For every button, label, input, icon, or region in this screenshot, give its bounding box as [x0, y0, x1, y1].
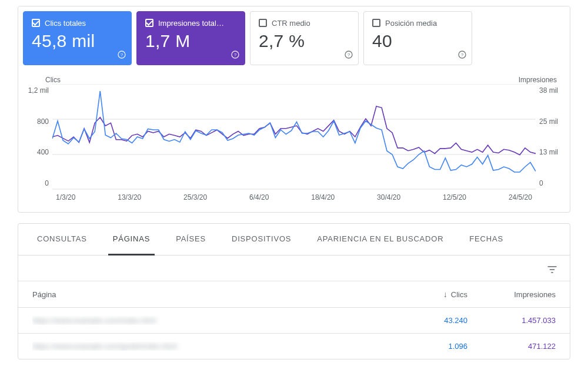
tab-países[interactable]: PAÍSES — [171, 224, 211, 255]
y-axis-left: 1,2 mil8004000 — [28, 84, 52, 190]
cell-clics: 43.240 — [379, 316, 467, 325]
table-header: Página ↓ Clics Impresiones — [18, 281, 570, 307]
cell-impr: 471.122 — [467, 342, 556, 351]
x-axis: 1/3/2013/3/2025/3/206/4/2018/4/2030/4/20… — [28, 190, 560, 201]
svg-text:?: ? — [234, 52, 237, 58]
series-impresiones — [52, 106, 536, 155]
pages-table: Página ↓ Clics Impresiones https://www.e… — [18, 281, 570, 359]
metric-card-value: 40 — [372, 31, 463, 51]
tab-consultas[interactable]: CONSULTAS — [32, 224, 92, 255]
checkbox-icon — [259, 19, 267, 27]
metric-card-value: 45,8 mil — [32, 31, 123, 51]
cell-page: https://www.example.com/guide/index.html — [32, 342, 379, 351]
metric-card-label: Impresiones total… — [145, 19, 236, 28]
cell-clics: 1.096 — [379, 342, 467, 351]
col-header-impr[interactable]: Impresiones — [467, 290, 556, 299]
sort-desc-icon: ↓ — [443, 290, 447, 299]
metric-cards: Clics totales45,8 mil?Impresiones total…… — [18, 6, 570, 70]
chart-grid — [52, 84, 536, 189]
tab-dispositivos[interactable]: DISPOSITIVOS — [227, 224, 296, 255]
checkbox-icon — [145, 19, 153, 27]
series-clics — [52, 91, 536, 172]
metric-card-2[interactable]: CTR medio2,7 %? — [250, 11, 359, 65]
metric-card-label: CTR medio — [259, 19, 350, 28]
details-panel: CONSULTASPÁGINASPAÍSESDISPOSITIVOSAPARIE… — [18, 223, 570, 359]
chart-area: Clics Impresiones 1,2 mil8004000 38 mil2… — [18, 70, 570, 212]
tabs: CONSULTASPÁGINASPAÍSESDISPOSITIVOSAPARIE… — [18, 224, 570, 255]
performance-panel: Clics totales45,8 mil?Impresiones total…… — [18, 6, 570, 213]
table-row[interactable]: https://www.example.com/index.html43.240… — [18, 307, 570, 333]
metric-card-value: 2,7 % — [259, 31, 350, 51]
col-header-clics[interactable]: ↓ Clics — [379, 290, 467, 299]
help-icon[interactable]: ? — [457, 50, 467, 61]
svg-text:?: ? — [121, 52, 123, 58]
svg-text:?: ? — [348, 52, 350, 58]
metric-card-3[interactable]: Posición media40? — [363, 11, 472, 65]
metric-card-label: Posición media — [372, 19, 463, 28]
filter-icon[interactable] — [546, 264, 558, 278]
tab-páginas[interactable]: PÁGINAS — [108, 224, 155, 255]
metric-card-label: Clics totales — [32, 19, 123, 28]
tab-fechas[interactable]: FECHAS — [465, 224, 508, 255]
metric-card-0[interactable]: Clics totales45,8 mil? — [23, 11, 132, 65]
checkbox-icon — [32, 19, 40, 27]
y-axis-right: 38 mil25 mil13 mil0 — [536, 84, 560, 190]
metric-card-1[interactable]: Impresiones total…1,7 M? — [136, 11, 245, 65]
chart-right-title: Impresiones — [519, 76, 557, 84]
table-row[interactable]: https://www.example.com/guide/index.html… — [18, 333, 570, 359]
cell-page: https://www.example.com/index.html — [32, 316, 379, 325]
help-icon[interactable]: ? — [344, 50, 353, 61]
help-icon[interactable]: ? — [230, 50, 240, 61]
help-icon[interactable]: ? — [117, 50, 126, 61]
metric-card-value: 1,7 M — [145, 31, 236, 51]
checkbox-icon — [372, 19, 380, 27]
col-header-page[interactable]: Página — [32, 290, 379, 299]
svg-text:?: ? — [461, 52, 464, 58]
tab-apariencia-en-el-buscador[interactable]: APARIENCIA EN EL BUSCADOR — [312, 224, 448, 255]
chart-left-title: Clics — [45, 76, 61, 84]
cell-impr: 1.457.033 — [467, 316, 556, 325]
chart-plot[interactable] — [52, 84, 536, 190]
